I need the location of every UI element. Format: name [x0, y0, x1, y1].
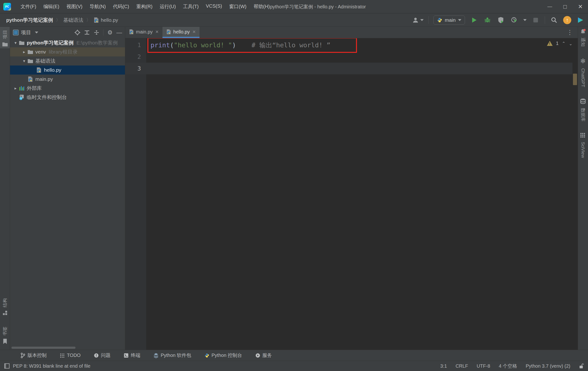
folder-icon [28, 50, 33, 54]
menu-navigate[interactable]: 导航(N) [87, 2, 109, 11]
search-everywhere-button[interactable] [550, 16, 558, 24]
chevron-right-icon[interactable]: ▸ [12, 86, 19, 91]
python-icon [437, 17, 442, 23]
menu-run[interactable]: 运行(U) [157, 2, 179, 11]
tool-stripe-notifications[interactable]: 通知 [578, 27, 588, 50]
git-branch-icon [21, 353, 25, 358]
menu-refactor[interactable]: 重构(R) [133, 2, 155, 11]
tool-todo[interactable]: TODO [60, 353, 81, 358]
tool-stripe-structure[interactable]: 结构 [3, 295, 7, 317]
tool-terminal[interactable]: 终端 [124, 352, 140, 359]
close-icon[interactable]: ✕ [155, 29, 159, 34]
profiler-button[interactable] [510, 16, 518, 24]
title-bar: PC 文件(F) 编辑(E) 视图(V) 导航(N) 代码(C) 重构(R) 运… [0, 0, 588, 13]
tree-row-scratches[interactable]: 临时文件和控制台 [10, 93, 125, 102]
close-button[interactable]: ✕ [573, 0, 588, 13]
run-button[interactable] [470, 16, 478, 24]
project-tool-window: 项目 ⚙ — [10, 27, 125, 350]
tool-stripe-chatgpt[interactable]: ✻ ChatGPT [578, 55, 588, 91]
chevron-down-icon[interactable]: ▾ [21, 59, 27, 64]
horizontal-scrollbar[interactable] [11, 347, 75, 349]
minimize-button[interactable]: — [542, 0, 557, 13]
tab-main-py[interactable]: main.py ✕ [125, 27, 162, 38]
next-problem-icon[interactable]: ⌃ [569, 41, 572, 46]
unlocked-icon[interactable] [579, 363, 584, 369]
collapse-all-icon[interactable] [94, 30, 99, 35]
folder-icon [28, 59, 33, 63]
profiler-dropdown-icon[interactable] [523, 19, 527, 21]
tool-window-toggle-icon[interactable] [4, 363, 10, 369]
stop-button[interactable] [531, 16, 540, 24]
run-with-coverage-button[interactable] [496, 16, 505, 24]
python-file-icon [166, 29, 171, 34]
line-numbers: 1 2 3 [125, 39, 146, 74]
tool-stripe-database[interactable]: 数据库 [578, 96, 588, 125]
breadcrumb: python学习笔记案例 〉 基础语法 〉 hello.py [6, 17, 118, 23]
ide-assistant-button[interactable] [576, 16, 585, 24]
run-configuration-select[interactable]: main [433, 16, 465, 25]
database-icon [580, 98, 586, 105]
code-editor[interactable]: 1 2 3 print("hello world! ") # 输出“hello … [125, 38, 578, 350]
arrow-up-icon: ↑ [566, 17, 569, 23]
annotation-rectangle [147, 38, 357, 53]
menu-file[interactable]: 文件(F) [18, 2, 39, 11]
tree-row-venv[interactable]: ▸ venv library根目录 [10, 47, 125, 56]
folder-icon [19, 41, 24, 45]
menu-tools[interactable]: 工具(T) [180, 2, 202, 11]
tab-options-icon[interactable]: ⋮ [567, 27, 578, 38]
pycharm-logo-icon: PC [3, 3, 11, 11]
line-separator[interactable]: CRLF [456, 363, 468, 369]
project-view-dropdown-icon[interactable] [35, 32, 38, 33]
terminal-icon [124, 353, 128, 358]
tree-row-hello-py[interactable]: hello.py [10, 65, 125, 74]
expand-all-icon[interactable] [84, 30, 90, 35]
clock-icon [511, 17, 517, 23]
hide-panel-icon[interactable]: — [116, 29, 122, 36]
tool-stripe-sciview[interactable]: SciView [578, 131, 588, 161]
menu-edit[interactable]: 编辑(E) [41, 2, 62, 11]
python-interpreter[interactable]: Python 3.7 (venv) (2) [526, 363, 570, 369]
tool-version-control[interactable]: 版本控制 [21, 352, 47, 359]
tool-stripe-project[interactable]: 项目 [0, 27, 10, 48]
chevron-down-icon[interactable]: ▾ [12, 40, 19, 45]
breadcrumb-file[interactable]: hello.py [94, 17, 118, 23]
maximize-button[interactable]: □ [557, 0, 573, 13]
inspection-widget[interactable]: 1 ⌃ ⌃ [547, 41, 572, 46]
menu-window[interactable]: 窗口(W) [226, 2, 249, 11]
tool-services[interactable]: 服务 [255, 352, 272, 359]
tab-hello-py[interactable]: hello.py ✕ [162, 27, 200, 38]
tool-python-console[interactable]: Python 控制台 [205, 352, 242, 359]
breadcrumb-separator: 〉 [56, 17, 61, 23]
tool-python-packages[interactable]: Python 软件包 [154, 352, 191, 359]
menu-view[interactable]: 视图(V) [63, 2, 85, 11]
breadcrumb-folder[interactable]: 基础语法 [63, 17, 83, 23]
status-message[interactable]: PEP 8: W391 blank line at end of file [13, 363, 90, 369]
divider [103, 29, 104, 36]
python-file-icon [129, 29, 134, 34]
previous-problem-icon[interactable]: ⌃ [562, 41, 566, 46]
scrollbar-warning-mark[interactable] [573, 74, 577, 85]
menu-code[interactable]: 代码(C) [110, 2, 132, 11]
libraries-icon [19, 85, 24, 91]
locate-file-icon[interactable] [74, 30, 80, 35]
menu-help[interactable]: 帮助(H) [251, 2, 273, 11]
tool-problems[interactable]: 问题 [94, 352, 110, 359]
tool-stripe-bookmarks[interactable]: 书签 [3, 323, 7, 346]
tree-row-basics-folder[interactable]: ▾ 基础语法 [10, 56, 125, 65]
debug-button[interactable] [483, 16, 492, 24]
breadcrumb-project[interactable]: python学习笔记案例 [6, 17, 53, 23]
update-button[interactable]: ↑ [563, 16, 571, 24]
tree-row-main-py[interactable]: main.py [10, 74, 125, 84]
gear-icon[interactable]: ⚙ [107, 29, 113, 36]
tree-row-project-root[interactable]: ▾ python学习笔记案例 E:\python教学案例 [10, 38, 125, 47]
gradient-triangle-icon [577, 17, 584, 24]
close-icon[interactable]: ✕ [192, 29, 196, 34]
indent-style[interactable]: 4 个空格 [499, 363, 517, 369]
user-menu[interactable] [412, 17, 424, 23]
chevron-right-icon[interactable]: ▸ [21, 50, 27, 54]
file-encoding[interactable]: UTF-8 [477, 363, 490, 369]
caret-position[interactable]: 3:1 [440, 363, 447, 369]
tree-row-external-libraries[interactable]: ▸ 外部库 [10, 84, 125, 93]
project-panel-title: 项目 [21, 29, 31, 36]
menu-vcs[interactable]: VCS(S) [203, 2, 225, 11]
